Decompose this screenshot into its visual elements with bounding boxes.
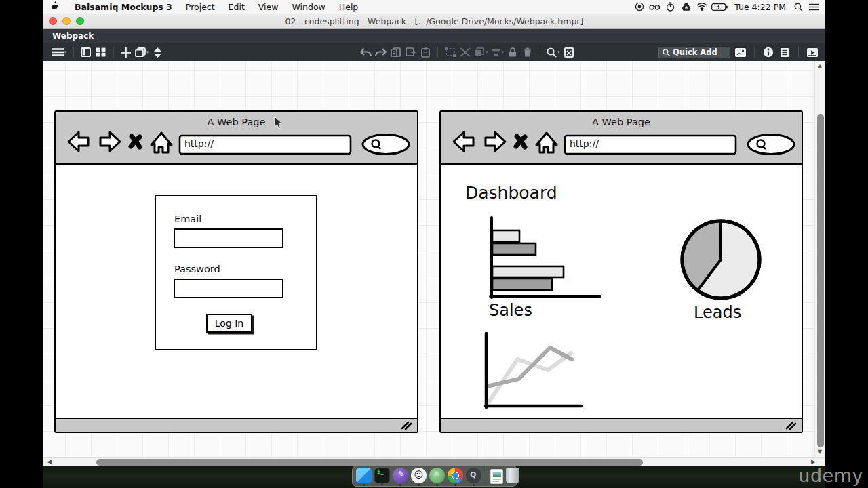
info-icon[interactable] bbox=[762, 45, 774, 59]
login-form-panel[interactable]: Email Password Log In bbox=[155, 195, 317, 350]
scroll-left-arrow[interactable]: ◀ bbox=[47, 458, 52, 465]
new-mockup-icon[interactable] bbox=[120, 45, 132, 59]
inspector-panel-icon[interactable] bbox=[80, 45, 92, 59]
apple-menu-icon[interactable] bbox=[43, 1, 68, 13]
menu-window[interactable]: Window bbox=[285, 2, 332, 12]
window-title: 02 - codesplitting - Webpack - [.../Goog… bbox=[43, 16, 825, 26]
copy-icon[interactable] bbox=[389, 45, 401, 59]
wifi-icon[interactable] bbox=[696, 2, 707, 12]
horizontal-scrollbar[interactable]: ◀ ▶ bbox=[43, 457, 825, 466]
hamburger-menu-icon[interactable]: ▾ bbox=[52, 45, 67, 59]
google-drive-icon[interactable] bbox=[680, 2, 692, 12]
menu-edit[interactable]: Edit bbox=[222, 2, 252, 12]
resize-handle-icon[interactable] bbox=[781, 420, 797, 430]
search-box[interactable] bbox=[748, 135, 794, 155]
duplicate-mockup-icon[interactable]: ▾ bbox=[135, 45, 149, 59]
forward-arrow-icon[interactable] bbox=[486, 132, 505, 151]
grid-view-icon[interactable] bbox=[95, 45, 107, 59]
main-url-text: http:// bbox=[570, 138, 599, 149]
sales-bar-chart[interactable] bbox=[490, 218, 600, 298]
vertical-scroll-thumb[interactable] bbox=[817, 114, 824, 447]
close-mockup-icon[interactable] bbox=[563, 45, 575, 59]
mockup-canvas[interactable]: Login Screen Main Page A Web Page bbox=[43, 61, 825, 457]
spotlight-search-icon[interactable] bbox=[793, 2, 804, 12]
scroll-up-arrow[interactable]: ▲ bbox=[818, 63, 822, 69]
paste-special-icon[interactable] bbox=[404, 45, 416, 59]
mouse-cursor bbox=[274, 117, 283, 129]
app-toolbar: ▾ ▾ bbox=[43, 43, 825, 61]
forward-arrow-icon[interactable] bbox=[100, 132, 120, 151]
menu-project[interactable]: Project bbox=[179, 2, 222, 12]
home-icon[interactable] bbox=[536, 133, 557, 152]
login-browser-footer bbox=[56, 418, 417, 432]
dock-chrome-icon[interactable] bbox=[448, 468, 463, 483]
tab-webpack[interactable]: Webpack bbox=[43, 31, 94, 41]
dock-quicktime-icon[interactable]: Q bbox=[466, 468, 481, 483]
main-browser-chrome: A Web Page bbox=[441, 112, 802, 165]
window-title-bar: 02 - codesplitting - Webpack - [.../Goog… bbox=[43, 14, 825, 29]
notes-icon[interactable] bbox=[778, 45, 791, 59]
screen-record-icon[interactable] bbox=[633, 2, 645, 12]
dock: $_ ✎ ☺ ⚛ Q bbox=[352, 466, 517, 487]
trend-line-chart[interactable] bbox=[485, 333, 581, 407]
leads-label: Leads bbox=[694, 303, 741, 322]
login-url-text: http:// bbox=[184, 138, 214, 149]
home-icon[interactable] bbox=[151, 133, 172, 152]
group-icon[interactable] bbox=[444, 45, 456, 59]
dock-terminal-icon[interactable]: $_ bbox=[374, 468, 390, 483]
ungroup-icon[interactable] bbox=[459, 45, 471, 59]
horizontal-scroll-thumb[interactable] bbox=[96, 459, 643, 466]
back-arrow-icon[interactable] bbox=[454, 132, 473, 151]
password-input[interactable] bbox=[174, 279, 283, 298]
resize-handle-icon[interactable] bbox=[397, 420, 413, 430]
xscope-glasses-icon[interactable] bbox=[649, 2, 660, 12]
menubar-clock[interactable]: Tue 4:22 PM bbox=[732, 2, 789, 12]
timer-icon[interactable] bbox=[665, 2, 676, 12]
ui-library-icon[interactable] bbox=[734, 45, 747, 59]
trash-icon[interactable] bbox=[521, 45, 534, 59]
stop-x-icon[interactable] bbox=[131, 136, 140, 147]
dashboard-body: Dashboard bbox=[441, 166, 802, 418]
mockup-tab-bar: Webpack bbox=[43, 29, 825, 43]
battery-icon[interactable] bbox=[711, 2, 728, 12]
screen-capture-area: Balsamiq Mockups 3 Project Edit View Win… bbox=[43, 0, 825, 488]
password-label: Password bbox=[174, 264, 220, 274]
fullscreen-presentation-icon[interactable] bbox=[806, 45, 818, 59]
undo-icon[interactable] bbox=[359, 45, 372, 59]
login-browser-window[interactable]: A Web Page bbox=[54, 110, 418, 433]
quick-add-placeholder: Quick Add bbox=[673, 47, 717, 57]
menu-view[interactable]: View bbox=[252, 2, 285, 12]
dock-editor-icon[interactable]: ✎ bbox=[393, 468, 408, 483]
back-arrow-icon[interactable] bbox=[68, 132, 88, 151]
vertical-scrollbar[interactable]: ▲ ▼ bbox=[814, 61, 825, 457]
email-input[interactable] bbox=[174, 228, 283, 248]
menu-help[interactable]: Help bbox=[332, 2, 366, 12]
email-label: Email bbox=[174, 214, 201, 224]
stop-x-icon[interactable] bbox=[516, 136, 525, 147]
main-browser-window[interactable]: A Web Page bbox=[439, 110, 803, 433]
udemy-watermark: udemy bbox=[798, 465, 863, 486]
dock-chat-icon[interactable]: ☺ bbox=[411, 468, 427, 483]
menubar-app-name[interactable]: Balsamiq Mockups 3 bbox=[68, 2, 179, 12]
log-in-button[interactable]: Log In bbox=[206, 314, 252, 333]
zoom-tool-icon[interactable]: ▾ bbox=[547, 45, 560, 59]
quick-add-search-icon bbox=[663, 49, 670, 56]
dock-trash-icon[interactable] bbox=[506, 468, 519, 483]
dock-documents-icon[interactable] bbox=[490, 469, 503, 484]
sales-label: Sales bbox=[489, 301, 532, 320]
dock-finder-icon[interactable] bbox=[356, 468, 372, 483]
leads-pie-chart[interactable] bbox=[682, 221, 760, 298]
dock-science-icon[interactable]: ⚛ bbox=[429, 468, 445, 483]
notification-center-icon[interactable] bbox=[808, 2, 820, 12]
lock-icon[interactable] bbox=[507, 45, 519, 59]
align-icon[interactable]: ▾ bbox=[491, 45, 505, 59]
dock-separator bbox=[486, 468, 486, 485]
quick-add-field[interactable]: Quick Add bbox=[658, 47, 730, 58]
scroll-right-arrow[interactable]: ▶ bbox=[811, 458, 816, 465]
clipboard-icon[interactable] bbox=[419, 45, 431, 59]
scroll-down-arrow[interactable]: ▼ bbox=[818, 449, 822, 455]
layer-order-icon[interactable]: ▾ bbox=[474, 45, 488, 59]
reorder-mockups-icon[interactable] bbox=[151, 45, 163, 59]
redo-icon[interactable] bbox=[374, 45, 387, 59]
search-box[interactable] bbox=[363, 135, 409, 155]
